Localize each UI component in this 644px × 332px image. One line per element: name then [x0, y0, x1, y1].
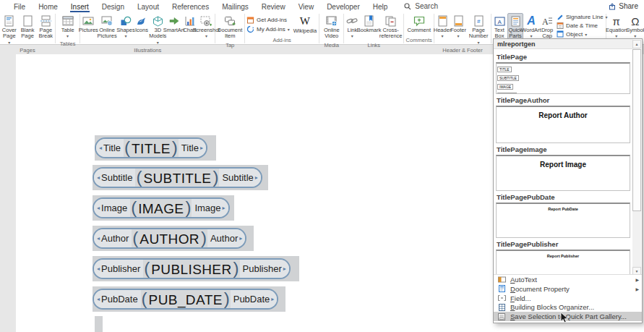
cross-reference-button[interactable]: Cross-reference — [378, 13, 403, 41]
control-end-tag[interactable]: Subtitle▸ — [219, 169, 260, 187]
content-control-pill[interactable]: ◂Image ( IMAGE ) Image▸ — [93, 197, 230, 218]
document-item-button[interactable]: Document Item — [215, 13, 244, 41]
chevron-down-icon: ▾ — [351, 33, 353, 38]
online-video-button[interactable]: Online Video — [319, 13, 343, 41]
tab-layout[interactable]: Layout — [131, 1, 166, 12]
tab-design[interactable]: Design — [95, 1, 131, 12]
cover-page-button[interactable]: Cover Page▾ — [0, 13, 19, 46]
search-box[interactable]: Search — [404, 2, 438, 10]
control-start-tag[interactable]: ◂Subtitle — [94, 169, 135, 187]
tab-home[interactable]: Home — [32, 1, 64, 12]
chevron-down-icon: ▾ — [8, 40, 10, 45]
tab-review[interactable]: Review — [255, 1, 292, 12]
menu-item-field[interactable]: Field... — [494, 294, 642, 303]
content-control-pill[interactable]: ◂Author ( AUTHOR ) Author▸ — [93, 228, 246, 249]
content-control-title[interactable]: ◂Title ( TITLE ) Title▸ — [95, 135, 216, 161]
button-label: Pictures — [79, 27, 98, 33]
document-item-icon — [224, 14, 236, 27]
tag-end-icon: ▸ — [255, 174, 258, 181]
control-end-tag[interactable]: Title▸ — [179, 139, 206, 157]
control-end-tag[interactable]: Publisher▸ — [240, 260, 289, 278]
screenshot-camera-icon — [200, 14, 212, 27]
close-paren-icon: ) — [212, 169, 218, 186]
wikipedia-button[interactable]: W Wikipedia — [291, 14, 319, 35]
tab-developer[interactable]: Developer — [320, 1, 366, 12]
table-icon — [62, 14, 74, 27]
scroll-up-icon[interactable]: ▲ — [632, 40, 641, 48]
content-control-pubdate[interactable]: ◂PubDate ( PUB_DATE ) PubDate▸ — [93, 286, 285, 312]
footer-button[interactable]: Footer▾ — [450, 13, 466, 40]
content-control-author[interactable]: ◂Author ( AUTHOR ) Author▸ — [93, 226, 254, 251]
tab-mailings[interactable]: Mailings — [215, 1, 255, 12]
date-time-button[interactable]: Date & Time — [555, 22, 609, 29]
content-control-pill[interactable]: ◂Publisher ( PUBLISHER ) Publisher▸ — [93, 258, 291, 279]
gallery-entry-titlepagepublisher[interactable]: Report Publisher — [496, 250, 630, 276]
tag-label: Author — [210, 233, 238, 244]
shapes-button[interactable]: Shapes▾ — [118, 13, 134, 40]
menu-item-document-property[interactable]: Document Property ▶ — [494, 284, 642, 294]
gallery-entry-titlepagepubdate[interactable]: Report PubDate — [496, 203, 630, 238]
tab-references[interactable]: References — [166, 1, 215, 12]
group-label: Illustrations — [80, 46, 215, 54]
field-icon — [497, 295, 506, 301]
control-end-tag[interactable]: PubDate▸ — [231, 290, 278, 308]
building-blocks-gallery: TitlePage TITLE SUBTITLE IMAGE AUTHOR PU… — [494, 49, 634, 276]
control-start-tag[interactable]: ◂Author — [94, 229, 132, 247]
icons-button[interactable]: Icons — [134, 13, 150, 35]
tab-help[interactable]: Help — [366, 1, 395, 12]
tag-end-icon: ▸ — [200, 145, 203, 151]
tag-label: Author — [101, 233, 129, 244]
content-control-publisher[interactable]: ◂Publisher ( PUBLISHER ) Publisher▸ — [93, 256, 299, 281]
preview-line: IMAGE — [497, 84, 513, 90]
object-button[interactable]: Object ▾ — [555, 30, 609, 38]
button-label: Blank Page — [21, 27, 35, 40]
button-label: Wikipedia — [293, 28, 317, 34]
content-control-pill[interactable]: ◂Title ( TITLE ) Title▸ — [95, 137, 207, 158]
blank-page-button[interactable]: Blank Page — [19, 13, 37, 41]
page-break-button[interactable]: Page Break — [37, 13, 55, 41]
header-button[interactable]: Header▾ — [434, 13, 450, 40]
control-end-tag[interactable]: Image▸ — [192, 199, 228, 217]
tag-end-icon: ▸ — [283, 265, 286, 272]
object-icon — [557, 30, 564, 38]
content-control-image[interactable]: ◂Image ( IMAGE ) Image▸ — [93, 195, 234, 221]
symbol-button[interactable]: Ω Symbol▾ — [627, 13, 644, 40]
screenshot-button[interactable]: Screenshot▾ — [198, 13, 215, 40]
control-start-tag[interactable]: ◂PubDate — [94, 290, 141, 308]
smartart-button[interactable]: SmartArt — [166, 13, 182, 35]
gallery-entry-titlepageimage[interactable]: Report Image — [496, 155, 630, 191]
gallery-entry-titlepageauthor[interactable]: Report Author — [496, 106, 630, 143]
gallery-entry-titlepage[interactable]: TITLE SUBTITLE IMAGE AUTHOR PUBLISHER PU… — [496, 62, 630, 94]
gallery-scrollbar[interactable]: ▲ ▼ — [632, 40, 641, 276]
chevron-down-icon: ▾ — [66, 33, 69, 38]
wordart-button[interactable]: A WordArt▾ — [523, 13, 539, 40]
tag-label: Title — [103, 142, 121, 153]
share-button[interactable]: Share — [609, 2, 638, 10]
table-button[interactable]: Table▾ — [59, 13, 77, 40]
get-add-ins-button[interactable]: Get Add-ins — [245, 16, 291, 24]
control-start-tag[interactable]: ◂Title — [96, 139, 124, 157]
signature-line-button[interactable]: Signature Line ▾ — [555, 13, 609, 20]
menu-item-autotext[interactable]: AutoText ▶ — [494, 275, 642, 284]
page-number-button[interactable]: # Page Number▾ — [466, 13, 491, 46]
control-end-tag[interactable]: Author▸ — [207, 229, 245, 247]
menu-item-building-blocks-organizer[interactable]: Building Blocks Organizer... — [494, 302, 642, 312]
group-tap: Document Item Tap — [215, 12, 244, 45]
content-control-pill[interactable]: ◂Subtitle ( SUBTITLE ) Subtitle▸ — [93, 167, 262, 188]
pictures-button[interactable]: Pictures — [80, 13, 96, 35]
control-start-tag[interactable]: ◂Image — [94, 199, 130, 217]
content-control-pill[interactable]: ◂PubDate ( PUB_DATE ) PubDate▸ — [93, 289, 278, 310]
close-paren-icon: ) — [172, 139, 178, 156]
bookmark-button[interactable]: Bookmark — [360, 13, 378, 35]
tab-insert[interactable]: Insert — [64, 1, 95, 12]
tab-view[interactable]: View — [292, 1, 321, 12]
control-start-tag[interactable]: ◂Publisher — [94, 260, 143, 278]
scrollbar-thumb[interactable] — [632, 49, 641, 211]
equation-button[interactable]: π Equation▾ — [606, 13, 627, 40]
my-add-ins-button[interactable]: My Add-ins ▾ — [245, 25, 291, 33]
comment-button[interactable]: Comment — [405, 13, 433, 35]
tab-file[interactable]: File — [7, 1, 32, 12]
content-control-subtitle[interactable]: ◂Subtitle ( SUBTITLE ) Subtitle▸ — [93, 165, 268, 190]
online-pictures-button[interactable]: Online Pictures — [96, 13, 118, 41]
button-label: Icons — [135, 27, 148, 33]
